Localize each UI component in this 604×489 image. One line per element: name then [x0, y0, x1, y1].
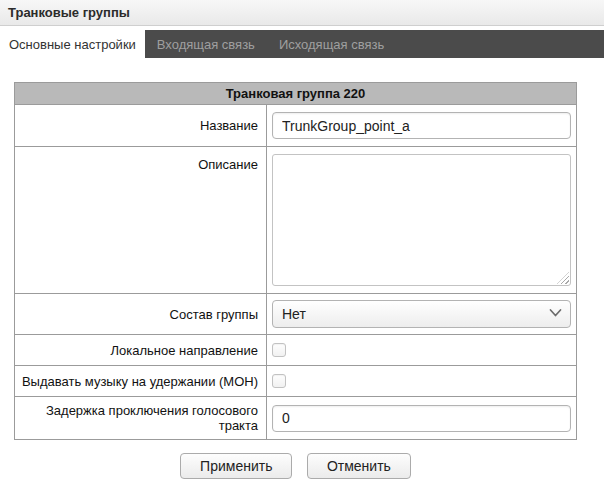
- table-row-local-direction: Локальное направление: [15, 335, 577, 366]
- trunk-group-form: Транковая группа 220 Название Описание С…: [14, 82, 577, 440]
- name-label: Название: [15, 105, 267, 147]
- description-textarea[interactable]: [272, 154, 571, 286]
- group-members-label: Состав группы: [15, 294, 267, 335]
- tab-main-settings[interactable]: Основные настройки: [0, 30, 145, 58]
- local-direction-label: Локальное направление: [15, 335, 267, 366]
- table-row-name: Название: [15, 105, 577, 147]
- tab-incoming-link[interactable]: Входящая связь: [145, 30, 267, 58]
- moh-checkbox[interactable]: [272, 374, 286, 388]
- page-title: Транковые группы: [8, 5, 130, 20]
- apply-button[interactable]: Применить: [180, 453, 292, 479]
- description-label: Описание: [15, 147, 267, 294]
- tab-bar: Основные настройки Входящая связь Исходя…: [0, 30, 604, 58]
- table-row-delay: Задержка проключения голосового тракта: [15, 397, 577, 440]
- title-bar: Транковые группы: [0, 0, 604, 26]
- table-row-description: Описание: [15, 147, 577, 294]
- table-row-moh: Выдавать музыку на удержании (MOH): [15, 366, 577, 397]
- group-members-select[interactable]: Нет: [272, 300, 571, 328]
- delay-input[interactable]: [272, 405, 571, 432]
- button-row: Применить Отменить: [14, 453, 577, 479]
- tab-outgoing-link[interactable]: Исходящая связь: [267, 30, 396, 58]
- cancel-button[interactable]: Отменить: [307, 453, 411, 479]
- form-header: Транковая группа 220: [15, 83, 577, 105]
- table-header-row: Транковая группа 220: [15, 83, 577, 105]
- name-input[interactable]: [272, 112, 571, 139]
- delay-label: Задержка проключения голосового тракта: [15, 397, 267, 440]
- local-direction-checkbox[interactable]: [272, 343, 286, 357]
- table-row-group-members: Состав группы Нет: [15, 294, 577, 335]
- moh-label: Выдавать музыку на удержании (MOH): [15, 366, 267, 397]
